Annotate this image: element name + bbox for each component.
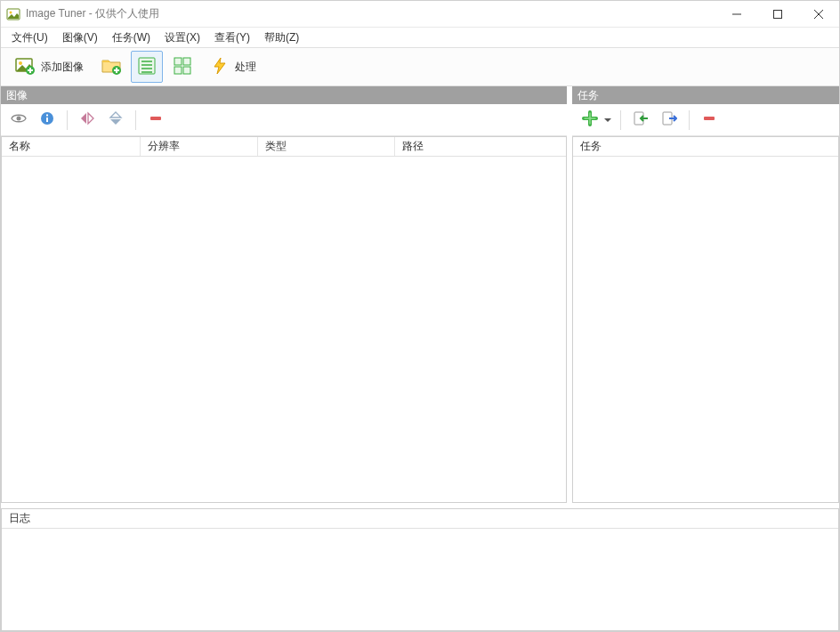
images-list-body[interactable] — [2, 157, 566, 502]
images-column-headers: 名称 分辨率 类型 路径 — [2, 137, 566, 157]
titlebar: Image Tuner - 仅供个人使用 — [1, 1, 839, 28]
menu-tasks[interactable]: 任务(W) — [105, 28, 158, 47]
svg-rect-11 — [183, 67, 190, 74]
process-button[interactable]: 处理 — [202, 51, 264, 83]
column-resolution[interactable]: 分辨率 — [141, 137, 258, 156]
tasks-pane-toolbar — [572, 104, 839, 136]
flip-horizontal-button[interactable] — [75, 108, 100, 133]
add-image-icon — [14, 55, 36, 79]
svg-rect-14 — [46, 117, 48, 122]
lightning-icon — [210, 56, 230, 78]
main-toolbar: 添加图像 — [1, 47, 839, 86]
svg-rect-9 — [183, 58, 190, 65]
column-path[interactable]: 路径 — [395, 137, 566, 156]
log-pane: 日志 — [1, 508, 839, 631]
images-section-header: 图像 — [1, 86, 567, 104]
svg-point-12 — [17, 117, 21, 121]
tasks-list-body[interactable] — [573, 157, 838, 502]
folder-add-icon — [101, 55, 122, 79]
add-task-dropdown[interactable] — [602, 108, 613, 133]
view-list-button[interactable] — [131, 51, 163, 83]
column-type[interactable]: 类型 — [258, 137, 395, 156]
svg-rect-8 — [174, 58, 182, 65]
content-row: 名称 分辨率 类型 路径 任务 — [1, 136, 839, 503]
flip-vertical-icon — [108, 110, 124, 129]
grid-view-icon — [173, 56, 192, 78]
view-thumbnails-button[interactable] — [166, 51, 198, 83]
log-header[interactable]: 日志 — [2, 509, 838, 529]
minimize-button[interactable] — [716, 1, 757, 28]
maximize-button[interactable] — [757, 1, 798, 28]
svg-rect-16 — [150, 117, 161, 120]
preview-button[interactable] — [6, 108, 31, 133]
remove-icon — [702, 111, 716, 128]
remove-image-button[interactable] — [143, 108, 168, 133]
separator — [67, 110, 68, 130]
images-pane-toolbar — [1, 104, 567, 136]
column-name[interactable]: 名称 — [2, 137, 141, 156]
app-window: Image Tuner - 仅供个人使用 文件(U) 图像(V) 任务(W) 设… — [0, 0, 840, 632]
list-view-icon — [137, 56, 157, 78]
tasks-column-header[interactable]: 任务 — [573, 137, 838, 157]
close-button[interactable] — [798, 1, 839, 28]
tasks-pane: 任务 — [572, 136, 839, 503]
separator — [620, 110, 621, 130]
flip-vertical-button[interactable] — [103, 108, 128, 133]
process-label: 处理 — [235, 60, 256, 75]
window-title: Image Tuner - 仅供个人使用 — [26, 6, 159, 21]
menu-image[interactable]: 图像(V) — [55, 28, 105, 47]
flip-horizontal-icon — [79, 110, 95, 129]
add-image-button[interactable]: 添加图像 — [6, 51, 92, 83]
remove-task-button[interactable] — [697, 108, 722, 133]
pane-toolbars — [1, 104, 839, 136]
plus-icon — [582, 110, 598, 129]
log-body[interactable] — [2, 529, 838, 630]
separator — [135, 110, 136, 130]
menu-view[interactable]: 查看(Y) — [207, 28, 257, 47]
import-tasks-button[interactable] — [628, 108, 653, 133]
svg-rect-10 — [174, 67, 182, 74]
add-folder-button[interactable] — [95, 51, 127, 83]
images-pane: 名称 分辨率 类型 路径 — [1, 136, 567, 503]
menu-settings[interactable]: 设置(X) — [158, 28, 207, 47]
separator — [689, 110, 690, 130]
svg-rect-2 — [774, 10, 782, 18]
svg-rect-19 — [704, 117, 715, 120]
chevron-down-icon — [604, 114, 611, 126]
menu-help[interactable]: 帮助(Z) — [257, 28, 306, 47]
svg-point-1 — [10, 11, 12, 13]
info-icon — [39, 110, 55, 129]
import-icon — [633, 110, 649, 129]
eye-icon — [11, 110, 27, 129]
info-button[interactable] — [35, 108, 60, 133]
add-image-label: 添加图像 — [41, 60, 84, 75]
svg-point-4 — [19, 61, 22, 65]
remove-icon — [149, 111, 163, 128]
svg-rect-15 — [46, 115, 48, 117]
section-headers: 图像 任务 — [1, 86, 839, 104]
menubar: 文件(U) 图像(V) 任务(W) 设置(X) 查看(Y) 帮助(Z) — [1, 28, 839, 47]
export-tasks-button[interactable] — [657, 108, 682, 133]
tasks-section-header: 任务 — [572, 86, 839, 104]
menu-file[interactable]: 文件(U) — [4, 28, 55, 47]
add-task-button[interactable] — [578, 108, 602, 133]
export-icon — [661, 110, 677, 129]
app-icon — [6, 7, 20, 21]
